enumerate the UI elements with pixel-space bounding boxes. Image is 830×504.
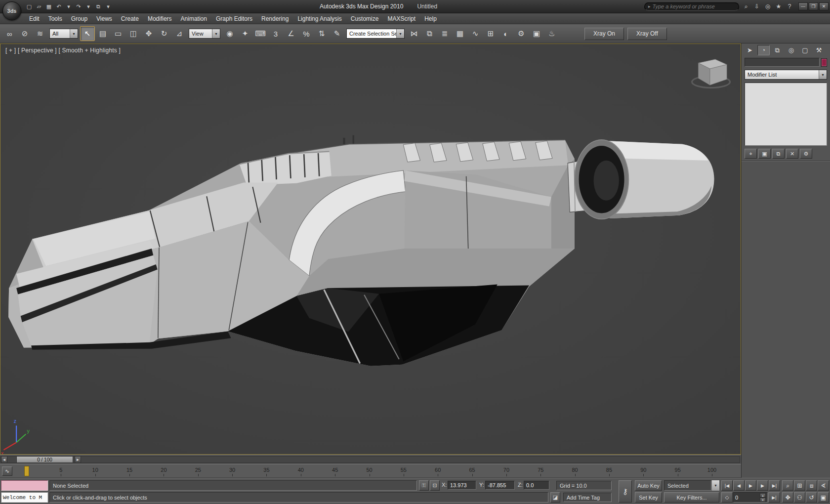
object-color-swatch[interactable]	[821, 58, 827, 67]
rendered-frame-window[interactable]: ▣	[529, 26, 544, 41]
time-slider-thumb[interactable]: 0 / 100	[16, 456, 73, 463]
go-to-end-button[interactable]: ▶|	[769, 480, 780, 491]
chevron-down-icon[interactable]: ▾	[711, 480, 719, 491]
set-key-button[interactable]: Set Key	[635, 492, 662, 503]
render-setup[interactable]: ⚙	[514, 26, 529, 41]
zoom-all-icon[interactable]: ⊞	[794, 480, 805, 491]
keyboard-shortcut-override-toggle[interactable]: ⌨	[253, 26, 268, 41]
bind-to-space-warp[interactable]: ≋	[33, 26, 47, 41]
set-keys-icon[interactable]: ⚷	[619, 480, 632, 503]
chevron-down-icon[interactable]: ▾	[819, 70, 827, 79]
percent-snap-toggle[interactable]: %	[299, 26, 314, 41]
chevron-down-icon[interactable]: ▾	[396, 29, 404, 38]
select-and-move[interactable]: ✥	[141, 26, 156, 41]
time-slider-right-arrow[interactable]: ►	[75, 456, 81, 463]
spinner-down-icon[interactable]: ▾	[760, 498, 766, 502]
material-editor[interactable]: ◐	[498, 26, 513, 41]
window-crossing-toggle[interactable]: ◫	[126, 26, 141, 41]
x-coord-field[interactable]: 13.973	[448, 481, 476, 490]
select-and-link[interactable]: ∞	[2, 26, 17, 41]
render-production[interactable]: ♨	[544, 26, 559, 41]
curve-editor[interactable]: ∿	[468, 26, 483, 41]
select-and-rotate[interactable]: ↻	[157, 26, 171, 41]
menu-modifiers[interactable]: Modifiers	[143, 13, 176, 24]
maxscript-mini-listener[interactable]: Welcome to M	[1, 492, 48, 503]
menu-group[interactable]: Group	[67, 13, 92, 24]
frame-spinner[interactable]: ▴ ▾	[760, 493, 766, 502]
selection-filter-dropdown[interactable]: All▾	[49, 29, 78, 39]
xray-off-button[interactable]: Xray Off	[627, 28, 667, 40]
tab-modify[interactable]: ◔	[757, 45, 770, 55]
time-slider-left-arrow[interactable]: ◄	[1, 456, 7, 463]
mini-curve-editor-button[interactable]: ∿	[2, 466, 12, 476]
menu-graph-editors[interactable]: Graph Editors	[211, 13, 257, 24]
key-filter-dropdown[interactable]: Selected ▾	[664, 480, 719, 491]
zoom-icon[interactable]: ⌕	[782, 480, 793, 491]
communication-center-icon[interactable]: ◎	[763, 2, 773, 11]
menu-customize[interactable]: Customize	[346, 13, 383, 24]
menu-lighting-analysis[interactable]: Lighting Analysis	[293, 13, 346, 24]
modifier-stack[interactable]	[745, 83, 827, 146]
edit-named-selection-sets[interactable]: ✎	[330, 26, 344, 41]
walk-through-icon[interactable]: ⚇	[794, 492, 805, 503]
track-bar[interactable]: ∿ 51015202530354045505560657075808590951…	[0, 464, 741, 478]
manage-layers[interactable]: ≣	[437, 26, 452, 41]
select-and-manipulate[interactable]: ✦	[238, 26, 252, 41]
go-to-start-button[interactable]: |◀	[721, 480, 733, 491]
spinner-snap-toggle[interactable]: ⇅	[314, 26, 329, 41]
snaps-toggle[interactable]: 3	[268, 26, 283, 41]
search-icon[interactable]: ⌕	[741, 2, 751, 11]
modifier-list-dropdown[interactable]: Modifier List ▾	[745, 70, 827, 80]
tab-create[interactable]: ➤	[744, 45, 756, 55]
schematic-view[interactable]: ⊞	[483, 26, 498, 41]
tab-utilities[interactable]: ⚒	[813, 45, 825, 55]
orbit-icon[interactable]: ↺	[806, 492, 817, 503]
menu-create[interactable]: Create	[117, 13, 143, 24]
quick-access-dropdown-icon[interactable]: ▾	[104, 2, 113, 11]
search-input[interactable]	[653, 3, 735, 9]
app-logo[interactable]: 3ds	[2, 1, 21, 20]
chevron-down-icon[interactable]: ▾	[212, 29, 220, 38]
make-unique[interactable]: ⧉	[772, 149, 785, 159]
select-and-scale[interactable]: ⊿	[172, 26, 187, 41]
close-button[interactable]: ✕	[819, 2, 829, 10]
field-of-view-icon[interactable]: ∢	[818, 480, 829, 491]
menu-rendering[interactable]: Rendering	[257, 13, 293, 24]
play-button[interactable]: ▶	[745, 480, 756, 491]
z-coord-field[interactable]: 0.0	[524, 481, 549, 490]
select-by-name[interactable]: ▤	[95, 26, 110, 41]
menu-edit[interactable]: Edit	[25, 13, 44, 24]
next-frame-button[interactable]: ▶	[757, 480, 768, 491]
configure-modifier-sets[interactable]: ⚙	[800, 149, 812, 159]
viewport[interactable]: [ + ] [ Perspective ] [ Smooth + Highlig…	[0, 43, 741, 455]
help-icon[interactable]: ?	[785, 2, 794, 11]
manage-links-icon[interactable]: ⧉	[94, 2, 103, 11]
rectangular-selection-region[interactable]: ▭	[111, 26, 125, 41]
favorites-icon[interactable]: ★	[774, 2, 784, 11]
viewport-canvas[interactable]: z y x	[0, 44, 741, 454]
chevron-down-icon[interactable]: ▾	[70, 29, 78, 38]
maximize-viewport-icon[interactable]: ▣	[818, 492, 829, 503]
use-pivot-point-center[interactable]: ◉	[222, 26, 237, 41]
select-object[interactable]: ↖	[80, 26, 95, 41]
tab-hierarchy[interactable]: ⧉	[771, 45, 784, 55]
redo-icon[interactable]: ↷	[74, 2, 83, 11]
unlink-selection[interactable]: ⊘	[17, 26, 32, 41]
open-file-icon[interactable]: ▱	[35, 2, 43, 11]
angle-snap-toggle[interactable]: ∠	[284, 26, 298, 41]
next-key-icon[interactable]: ▶|	[768, 492, 780, 503]
zoom-extents-icon[interactable]: ⧈	[806, 480, 817, 491]
pin-stack[interactable]: ⌖	[745, 149, 757, 159]
subscription-center-icon[interactable]: ⇩	[752, 2, 762, 11]
previous-frame-button[interactable]: ◀	[733, 480, 745, 491]
tab-display[interactable]: ▢	[799, 45, 811, 55]
current-frame-marker[interactable]	[24, 466, 29, 476]
align[interactable]: ⧉	[422, 26, 437, 41]
new-scene-icon[interactable]: ▢	[25, 2, 34, 11]
undo-icon[interactable]: ↶	[54, 2, 63, 11]
pan-icon[interactable]: ✥	[782, 492, 793, 503]
undo-dropdown-icon[interactable]: ▾	[64, 2, 73, 11]
y-coord-field[interactable]: -87.855	[485, 481, 515, 490]
menu-tools[interactable]: Tools	[44, 13, 67, 24]
absolute-mode-icon[interactable]: ⊡	[430, 480, 440, 491]
